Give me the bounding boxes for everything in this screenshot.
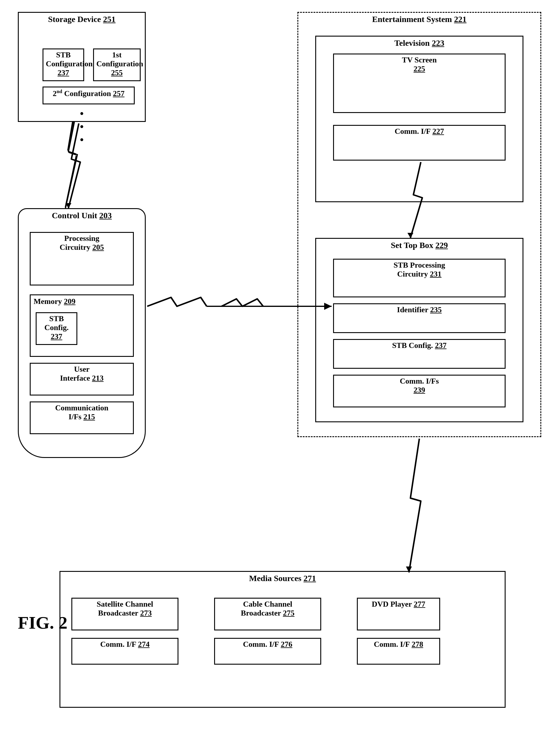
processing-circuitry-id: 205: [92, 243, 104, 252]
identifier-id: 235: [430, 305, 442, 314]
stb-config-memory-box: STBConfig. 237: [36, 312, 77, 345]
storage-device-id: 251: [103, 15, 116, 24]
stb-processing-id: 231: [430, 270, 442, 278]
first-config-box: 1stConfiguration255: [93, 48, 141, 81]
comm-if-274-id: 274: [138, 640, 150, 649]
set-top-box-id: 229: [435, 241, 448, 250]
dvd-player-box: DVD Player 277: [357, 598, 440, 630]
comm-if-274-label: Comm. I/F 274: [72, 639, 178, 650]
svg-marker-1: [65, 203, 71, 208]
stb-processing-box: STB ProcessingCircuitry 231: [333, 259, 506, 297]
stb-config-memory-label: STBConfig. 237: [37, 313, 76, 342]
media-sources-title: Media Sources 271: [60, 572, 505, 585]
storage-device-title: Storage Device 251: [19, 13, 145, 26]
communication-ifs-label: CommunicationI/Fs 215: [31, 402, 133, 423]
stb-processing-label: STB ProcessingCircuitry 231: [334, 260, 505, 280]
lightning-bolt-2: [407, 162, 428, 238]
stb-config-memory-id: 237: [51, 332, 62, 341]
communication-ifs-id: 215: [83, 412, 95, 421]
second-config-box: 2nd Configuration 257: [43, 87, 135, 104]
comm-if-276-id: 276: [281, 640, 292, 649]
user-interface-label: UserInterface 213: [31, 364, 133, 384]
stb-config-stb-box: STB Config. 237: [333, 339, 506, 369]
television-id: 223: [432, 38, 444, 48]
lightning-bolt-4: [404, 439, 428, 572]
stb-config-stb-label: STB Config. 237: [334, 340, 505, 351]
comm-ifs-239-label: Comm. I/Fs239: [334, 376, 505, 396]
tv-screen-id: 225: [414, 65, 425, 73]
identifier-label: Identifier 235: [334, 304, 505, 316]
television-title: Television 223: [316, 37, 523, 50]
satellite-broadcaster-label: Satellite ChannelBroadcaster 273: [72, 599, 178, 619]
svg-marker-2: [407, 233, 413, 238]
comm-ifs-239-box: Comm. I/Fs239: [333, 375, 506, 407]
comm-if-274-box: Comm. I/F 274: [71, 638, 178, 665]
lightning-bolt-1: [65, 123, 86, 208]
user-interface-box: UserInterface 213: [30, 363, 134, 396]
memory-id: 209: [64, 297, 76, 306]
comm-ifs-239-id: 239: [414, 386, 425, 394]
second-config-id: 257: [113, 89, 125, 98]
memory-label: Memory 209: [31, 295, 133, 308]
identifier-box: Identifier 235: [333, 303, 506, 333]
comm-if-276-label: Comm. I/F 276: [215, 639, 320, 650]
first-config-id: 255: [111, 68, 123, 77]
set-top-box-title: Set Top Box 229: [316, 239, 523, 252]
entertainment-system-id: 221: [454, 15, 467, 24]
media-sources-id: 271: [304, 574, 316, 583]
first-config-label: 1stConfiguration255: [94, 49, 140, 79]
stb-config-storage-id: 237: [58, 68, 69, 77]
comm-if-278-label: Comm. I/F 278: [358, 639, 439, 650]
processing-circuitry-label: ProcessingCircuitry 205: [31, 233, 133, 253]
stb-config-stb-id: 237: [435, 341, 446, 350]
cable-broadcaster-box: Cable ChannelBroadcaster 275: [214, 598, 321, 630]
control-unit-id: 203: [99, 211, 112, 220]
second-config-label: 2nd Configuration 257: [43, 87, 134, 99]
communication-ifs-box: CommunicationI/Fs 215: [30, 401, 134, 434]
tv-screen-box: TV Screen225: [333, 54, 506, 113]
cable-broadcaster-label: Cable ChannelBroadcaster 275: [215, 599, 320, 619]
svg-marker-5: [406, 566, 412, 572]
stb-config-storage-box: STBConfiguration237: [43, 48, 84, 81]
satellite-broadcaster-box: Satellite ChannelBroadcaster 273: [71, 598, 178, 630]
entertainment-system-title: Entertainment System 221: [298, 13, 540, 26]
comm-if-227-id: 227: [432, 127, 444, 136]
control-unit-title: Control Unit 203: [19, 209, 145, 222]
comm-if-227-box: Comm. I/F 227: [333, 125, 506, 161]
comm-if-276-box: Comm. I/F 276: [214, 638, 321, 665]
cable-broadcaster-id: 275: [283, 609, 294, 617]
stb-config-storage-label: STBConfiguration237: [43, 49, 83, 79]
tv-screen-label: TV Screen225: [334, 54, 505, 75]
comm-if-278-id: 278: [412, 640, 423, 649]
processing-circuitry-box: ProcessingCircuitry 205: [30, 232, 134, 285]
storage-device-box: Storage Device 251 STBConfiguration237 1…: [18, 12, 146, 122]
lightning-bolt-3: [147, 294, 335, 318]
comm-if-227-label: Comm. I/F 227: [334, 126, 505, 137]
satellite-broadcaster-id: 273: [140, 609, 152, 617]
user-interface-id: 213: [92, 374, 103, 382]
dvd-player-label: DVD Player 277: [358, 599, 439, 610]
fig-label: FIG. 2: [18, 613, 68, 633]
dvd-player-id: 277: [414, 600, 425, 608]
comm-if-278-box: Comm. I/F 278: [357, 638, 440, 665]
diagram: Storage Device 251 STBConfiguration237 1…: [0, 0, 560, 736]
